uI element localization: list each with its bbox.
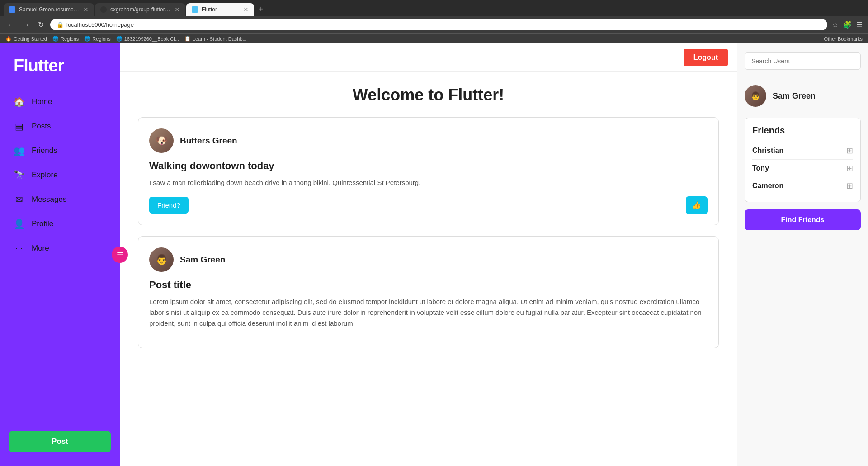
browser-chrome: Samuel.Green.resume_duy edits... ✕ cxgra… [0,0,868,43]
tab-github[interactable]: cxgraham/group-flutter: Social... ✕ [95,3,185,16]
messages-icon: ✉ [14,194,24,205]
sidebar-item-home[interactable]: 🏠 Home [5,90,115,114]
current-user-name: Sam Green [773,91,816,101]
sidebar-item-explore[interactable]: 🔭 Explore [5,163,115,187]
bookmark-regions-2[interactable]: 🌐 Regions [84,36,110,42]
menu-icon[interactable]: ☰ [856,20,863,29]
other-bookmarks-label: Other Bookmarks [824,36,863,42]
sidebar-item-label-messages: Messages [32,195,66,204]
post-card-1: 🐶 Butters Green Walking dowontown today … [138,117,719,225]
sidebar-item-label-profile: Profile [32,219,53,228]
new-tab-button[interactable]: + [255,3,267,16]
address-text: localhost:5000/homepage [66,21,821,28]
tab-title-resume: Samuel.Green.resume_duy edits... [19,6,80,13]
tab-favicon-flutter [192,6,198,13]
bookmark-getting-started[interactable]: 🔥 Getting Started [5,36,47,42]
sidebar-logo: Flutter [0,43,120,90]
post-actions-1: Friend? 👍 [149,196,708,214]
bookmark-label: Regions [92,36,110,42]
avatar-sam: 👨 [149,247,174,272]
friends-title: Friends [752,125,853,136]
friends-icon: 👥 [14,145,24,156]
avatar-butters: 🐶 [149,128,174,153]
sidebar-item-label-explore: Explore [32,171,58,180]
bookmark-icon: 🔥 [5,36,12,42]
bookmark-other[interactable]: Other Bookmarks [824,36,863,42]
sidebar-item-more[interactable]: ··· More [5,237,115,260]
tab-close-resume[interactable]: ✕ [83,6,89,13]
tab-resume[interactable]: Samuel.Green.resume_duy edits... ✕ [4,3,94,16]
tab-close-github[interactable]: ✕ [175,6,180,13]
friend-action-icon-christian[interactable]: ⊞ [846,146,853,156]
posts-icon: ▤ [14,121,24,132]
security-icon: 🔒 [57,21,64,28]
friend-name-tony: Tony [752,164,769,172]
logout-button[interactable]: Logout [684,49,728,66]
tab-favicon-github [100,6,107,13]
sidebar-nav: 🏠 Home ▤ Posts 👥 Friends 🔭 Explore ✉ Mes… [0,90,120,422]
tab-close-flutter[interactable]: ✕ [243,6,249,13]
app-logo-text: Flutter [14,56,106,76]
sidebar-item-messages[interactable]: ✉ Messages [5,188,115,211]
bookmark-learn[interactable]: 📋 Learn - Student Dashb... [184,36,247,42]
nav-icons: ☆ 🧩 ☰ [832,20,863,29]
post-body-2: Lorem ipsum dolor sit amet, consectetur … [149,296,708,329]
friend-name-cameron: Cameron [752,182,783,190]
post-body-1: I saw a man rollerblading down beach dri… [149,177,708,188]
sidebar-item-friends[interactable]: 👥 Friends [5,139,115,162]
back-button[interactable]: ← [5,19,16,31]
favorites-icon[interactable]: ☆ [832,20,838,29]
find-friends-button[interactable]: Find Friends [745,209,861,230]
bookmarks-bar: 🔥 Getting Started 🌐 Regions 🌐 Regions 🌐 … [0,33,868,43]
post-card-2: 👨 Sam Green Post title Lorem ipsum dolor… [138,236,719,348]
bookmark-icon: 🌐 [52,36,59,42]
post-title-2: Post title [149,279,708,291]
tab-title-flutter: Flutter [202,6,240,13]
tab-flutter[interactable]: Flutter ✕ [186,3,254,16]
current-user: 👨 Sam Green [745,79,861,113]
bookmark-regions-1[interactable]: 🌐 Regions [52,36,79,42]
app-container: Flutter 🏠 Home ▤ Posts 👥 Friends 🔭 Explo… [0,43,868,466]
friend-name-christian: Christian [752,147,783,155]
post-author-2: Sam Green [180,255,225,265]
bookmark-label: Regions [61,36,79,42]
top-bar: Logout [120,43,737,72]
tab-favicon-resume [9,6,15,13]
friend-item-tony: Tony ⊞ [752,160,853,177]
main-content: Welcome to Flutter! 🐶 Butters Green Walk… [120,72,737,466]
friend-action-icon-tony[interactable]: ⊞ [846,163,853,173]
search-users-input[interactable] [745,52,861,70]
bookmark-icon: 🌐 [84,36,90,42]
profile-icon: 👤 [14,219,24,229]
bookmark-label: Learn - Student Dashb... [193,36,247,42]
refresh-button[interactable]: ↻ [36,19,46,31]
extensions-icon[interactable]: 🧩 [843,20,852,29]
tab-title-github: cxgraham/group-flutter: Social... [110,6,171,13]
sidebar-item-label-friends: Friends [32,146,57,155]
current-user-avatar: 👨 [745,85,766,107]
tab-bar: Samuel.Green.resume_duy edits... ✕ cxgra… [0,0,868,16]
page-title: Welcome to Flutter! [138,86,719,105]
sidebar-item-label-more: More [32,244,49,253]
forward-button[interactable]: → [21,19,32,31]
post-author-1: Butters Green [180,136,237,146]
bookmark-icon: 🌐 [116,36,123,42]
sidebar-item-label-home: Home [32,97,52,106]
friend-action-icon-cameron[interactable]: ⊞ [846,181,853,191]
sidebar-item-posts[interactable]: ▤ Posts [5,114,115,138]
like-button-1[interactable]: 👍 [686,196,708,214]
post-title-1: Walking dowontown today [149,160,708,172]
bookmark-book[interactable]: 🌐 1632199260__Book Cl... [116,36,179,42]
post-header-2: 👨 Sam Green [149,247,708,272]
bookmark-label: Getting Started [14,36,47,42]
post-button[interactable]: Post [9,431,111,452]
sidebar-item-profile[interactable]: 👤 Profile [5,212,115,236]
right-sidebar: 👨 Sam Green Friends Christian ⊞ Tony ⊞ C… [737,43,868,466]
sidebar-item-label-posts: Posts [32,122,51,131]
more-icon: ··· [14,243,24,253]
friend-button-1[interactable]: Friend? [149,197,189,214]
collapse-sidebar-button[interactable]: ☰ [112,247,128,263]
home-icon: 🏠 [14,96,24,107]
address-bar[interactable]: 🔒 localhost:5000/homepage [50,19,827,30]
bookmark-icon: 📋 [184,36,191,42]
